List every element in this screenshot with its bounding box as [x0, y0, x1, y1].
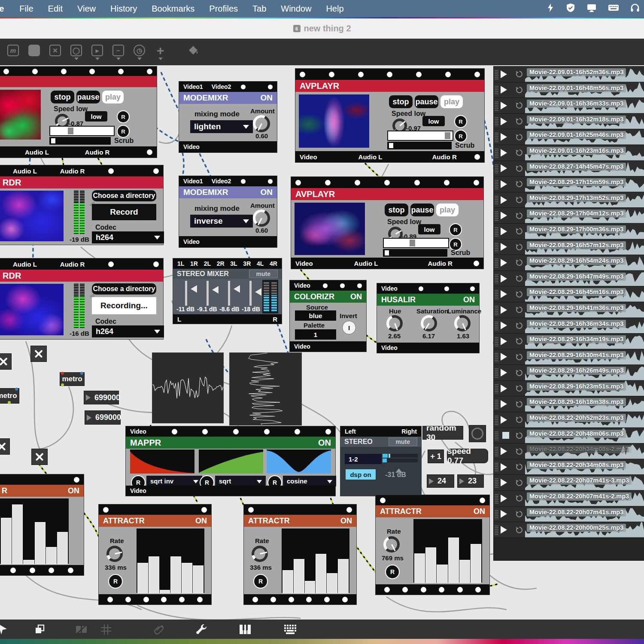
play-button[interactable] [498, 444, 513, 459]
drag-handle[interactable] [495, 352, 498, 362]
waveform-cell[interactable]: Movie-22.09.01-16h48m56s.mp3 [525, 82, 644, 98]
choose-directory-button[interactable]: Choose a directory [92, 190, 156, 201]
waveform-cell[interactable]: Movie-22.09.01-16h32m18s.mp3 [525, 114, 644, 129]
speed-range-button[interactable]: low [422, 116, 445, 126]
curve-dropdown[interactable]: sqrt [215, 476, 266, 486]
loop-icon[interactable] [513, 114, 525, 129]
scrub-bar[interactable] [387, 142, 452, 149]
speed-range-button[interactable]: low [85, 111, 107, 122]
curve-dropdown[interactable]: sqrt inv [146, 476, 202, 486]
toggle-icon[interactable]: ✕ [49, 45, 61, 56]
playlist-row[interactable]: Movie-22.08.29-17h13m52s.mp3 [494, 192, 644, 208]
r-button[interactable]: R [108, 574, 123, 589]
loop-icon[interactable] [513, 98, 525, 113]
stop-button[interactable]: stop [51, 91, 74, 103]
r-button[interactable]: R [454, 115, 467, 128]
on-toggle[interactable]: ON [474, 507, 485, 516]
drag-handle[interactable] [495, 85, 498, 95]
choose-directory-button[interactable]: Choose a directory [92, 283, 156, 295]
mixing-mode-dropdown[interactable]: lighten [190, 120, 253, 133]
menu-history[interactable]: History [103, 4, 144, 14]
loop-icon[interactable] [513, 82, 525, 98]
loop-icon[interactable] [513, 240, 525, 255]
button-icon[interactable]: ◯ [70, 45, 82, 56]
mixing-mode-dropdown[interactable]: inverse [190, 215, 253, 228]
playlist-row[interactable]: Movie-22.08.29-17h04m12s.mp3 [494, 208, 644, 224]
play-button[interactable] [498, 491, 513, 506]
r-button[interactable]: R [454, 130, 467, 143]
waveform-cell[interactable]: Movie-22.08.29-16h54m24s.mp3 [525, 255, 644, 270]
waveform-cell[interactable]: Movie-22.08.29-16h41m36s.mp3 [525, 302, 644, 318]
playlist-row[interactable]: Movie-22.08.22-20h52m23s.mp3 [494, 412, 644, 428]
loop-icon[interactable] [513, 365, 525, 380]
r-button[interactable]: R [117, 125, 130, 138]
drag-handle[interactable] [495, 273, 498, 284]
metro-object[interactable]: metro [60, 373, 84, 386]
play-button[interactable] [498, 459, 513, 475]
playlist-row[interactable]: Movie-22.08.29-16h54m24s.mp3 [494, 255, 644, 271]
play-button[interactable] [498, 176, 513, 192]
play-button[interactable] [498, 334, 513, 349]
drag-handle[interactable] [495, 116, 498, 127]
on-toggle[interactable]: ON [195, 516, 207, 526]
drag-handle[interactable] [495, 242, 498, 252]
playlist-row[interactable]: Movie-22.09.01-16h23m16s.mp3 [494, 145, 644, 161]
loop-icon[interactable] [513, 444, 525, 459]
add-icon[interactable]: + [155, 45, 166, 56]
loop-icon[interactable] [513, 396, 525, 412]
menu-profiles[interactable]: Profiles [202, 4, 245, 14]
curve-display-green[interactable] [199, 450, 263, 474]
playlist-row[interactable]: Movie-22.09.01-16h52m36s.mp3 [494, 67, 644, 82]
saturation-knob[interactable] [421, 315, 437, 331]
hue-knob[interactable] [386, 315, 403, 331]
position-slider[interactable] [383, 238, 449, 248]
toggle-object[interactable] [0, 439, 9, 454]
dial-icon[interactable]: ◷ [134, 45, 145, 56]
loop-icon[interactable] [513, 176, 525, 192]
shortcuts-icon[interactable] [546, 3, 555, 15]
loop-icon[interactable] [513, 129, 525, 145]
playlist-row[interactable]: Movie-22.09.01-16h32m18s.mp3 [494, 114, 644, 130]
waveform-cell[interactable]: Movie-22.08.29-17h15m59s.mp3 [525, 176, 644, 192]
attach-icon[interactable] [153, 623, 165, 635]
increment-object[interactable]: + 1 [428, 450, 444, 463]
playlist-row[interactable]: Movie-22.08.29-16h47m49s.mp3 [494, 271, 644, 287]
play-button[interactable] [498, 114, 513, 129]
play-button[interactable] [498, 349, 513, 365]
playlist-row[interactable]: Movie-22.08.22-20h07m41s-3.mp3 [494, 475, 644, 491]
drag-handle[interactable] [495, 100, 498, 111]
invert-toggle[interactable]: I [342, 321, 356, 334]
waveform-cell[interactable]: Movie-22.08.29-16h26m49s.mp3 [525, 365, 644, 380]
app-menu[interactable]: ne [0, 4, 4, 14]
drag-handle[interactable] [495, 446, 498, 456]
drag-handle[interactable] [495, 69, 498, 79]
drag-handle[interactable] [495, 477, 498, 488]
rate-knob[interactable] [383, 536, 400, 553]
toggle-object[interactable] [31, 346, 46, 361]
speed-message[interactable]: speed 0.77 [447, 449, 488, 463]
menu-help[interactable]: Help [319, 4, 351, 14]
drag-handle[interactable] [495, 179, 498, 189]
play-button[interactable] [498, 286, 513, 302]
play-button[interactable] [498, 240, 513, 255]
play-button[interactable] [498, 192, 513, 208]
r-button[interactable]: R [253, 574, 268, 589]
play-button[interactable] [498, 224, 513, 239]
amount-knob[interactable] [253, 115, 270, 132]
luminance-knob[interactable] [454, 315, 471, 331]
channel-select[interactable]: 1-2 [345, 454, 382, 464]
record-button[interactable]: Record [92, 204, 156, 220]
drag-handle[interactable] [495, 258, 498, 268]
r-button[interactable]: R [449, 223, 462, 236]
loop-icon[interactable] [513, 271, 525, 286]
pause-button[interactable]: pause [410, 204, 434, 216]
loop-icon[interactable] [513, 255, 525, 270]
scrub-bar[interactable] [49, 137, 111, 145]
play-button[interactable] [498, 475, 513, 490]
waveform-cell[interactable]: Movie-22.08.29-17h00m36s.mp3 [525, 224, 644, 239]
palette-box[interactable]: 1 [295, 329, 336, 340]
number-box[interactable]: 699000 [85, 411, 120, 424]
playlist-row[interactable]: Movie-22.08.22-20h07m41s-2.mp3 [494, 491, 644, 507]
chevron-down-icon[interactable] [74, 58, 79, 62]
channel-fader[interactable] [249, 281, 252, 306]
